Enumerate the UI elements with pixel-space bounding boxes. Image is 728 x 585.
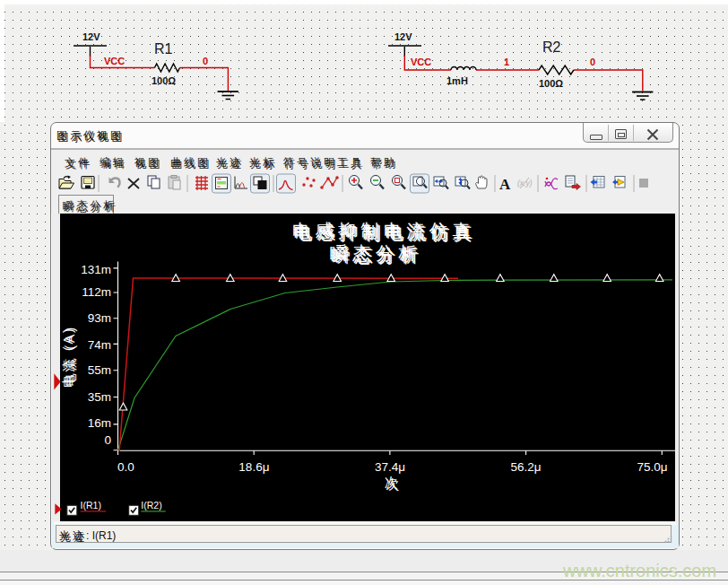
svg-text:0: 0 [104,433,111,447]
svg-text:56.2μ: 56.2μ [511,460,542,474]
svg-text:16m: 16m [88,416,111,430]
svg-text:112m: 112m [82,284,111,298]
svg-text:74m: 74m [88,337,111,351]
svg-text:93m: 93m [88,311,111,325]
svg-text:37.4μ: 37.4μ [375,460,405,474]
svg-text:18.6μ: 18.6μ [238,460,269,474]
svg-text:35m: 35m [88,389,111,403]
svg-text:I(R2): I(R2) [141,499,161,510]
svg-text:0.0: 0.0 [117,460,134,474]
svg-text:A: A [499,176,511,193]
svg-text:131m: 131m [81,263,111,276]
svg-text:55m: 55m [88,363,111,377]
svg-text:I(R1): I(R1) [81,499,101,510]
svg-text:75.0μ: 75.0μ [637,460,667,474]
